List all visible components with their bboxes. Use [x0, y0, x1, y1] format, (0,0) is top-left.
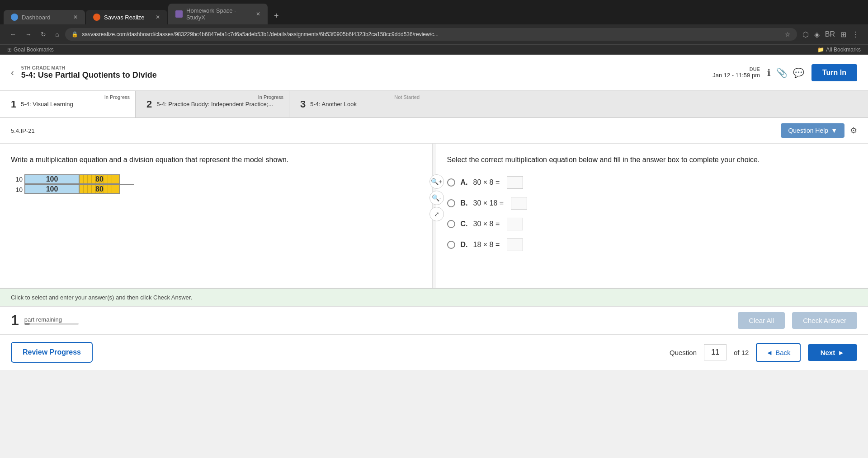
question-help-button[interactable]: Question Help ▼: [781, 123, 844, 138]
model-row-cells-2: 100 80: [24, 185, 120, 194]
left-question-text: Write a multiplication equation and a di…: [11, 154, 421, 165]
answer-option-b[interactable]: B. 30 × 18 =: [447, 197, 858, 210]
header-right: DUE Jan 12 - 11:59 pm ℹ 📎 💬 Turn In: [712, 64, 857, 81]
tab-dashboard[interactable]: Dashboard ✕: [4, 10, 85, 24]
answer-option-a[interactable]: A. 80 × 8 =: [447, 176, 858, 189]
answer-input-b[interactable]: [511, 197, 527, 210]
question-help-area: Question Help ▼ ⚙: [781, 123, 857, 138]
savvas-tab-icon: [93, 14, 100, 21]
bookmark-star-icon[interactable]: ☆: [785, 31, 791, 38]
question-help-label: Question Help: [788, 127, 828, 134]
homework-tab-close[interactable]: ✕: [256, 11, 260, 17]
browser-chrome: Dashboard ✕ Savvas Realize ✕ Homework Sp…: [0, 0, 868, 55]
extension-icon-1[interactable]: ⬡: [801, 28, 811, 41]
back-arrow-icon: ◄: [766, 349, 773, 356]
answer-option-d[interactable]: D. 18 × 8 =: [447, 238, 858, 251]
question-number-input[interactable]: [704, 344, 726, 360]
radio-b[interactable]: [447, 199, 455, 207]
footer-nav: Review Progress Question of 12 ◄ Back Ne…: [0, 334, 868, 370]
url-box[interactable]: 🔒 savvasrealize.com/dashboard/classes/98…: [65, 28, 797, 41]
savvas-tab-close[interactable]: ✕: [156, 14, 160, 20]
hint-bar: Click to select and enter your answer(s)…: [0, 288, 868, 306]
next-arrow-icon: ►: [838, 349, 844, 356]
course-label: 5TH GRADE MATH: [21, 65, 157, 70]
review-progress-button[interactable]: Review Progress: [11, 342, 93, 363]
y-label-2: 10: [11, 186, 24, 193]
tab-1-label: 5-4: Visual Learning: [21, 101, 73, 107]
radio-d[interactable]: [447, 241, 455, 249]
model-row-2: 10 100 80: [11, 185, 120, 194]
homework-tab-label: Homework Space - StudyX: [186, 7, 252, 21]
turn-in-button[interactable]: Turn In: [811, 64, 857, 81]
question-nav: Question of 12 ◄ Back Next ►: [670, 343, 857, 362]
clear-all-button[interactable]: Clear All: [738, 312, 785, 329]
home-button[interactable]: ⌂: [52, 29, 61, 40]
back-browser-button[interactable]: ←: [7, 29, 19, 40]
info-icon[interactable]: ℹ: [767, 67, 771, 78]
answer-input-c[interactable]: [507, 218, 523, 230]
tab-3-status: Not Started: [394, 94, 420, 100]
option-eq-a: 80 × 8 =: [473, 178, 500, 187]
secure-icon: 🔒: [71, 31, 78, 37]
radio-c[interactable]: [447, 220, 455, 228]
blue-cell-1: 100: [25, 175, 79, 184]
check-answer-button[interactable]: Check Answer: [792, 312, 857, 329]
back-to-assignment-button[interactable]: ‹: [11, 67, 14, 78]
all-bookmarks-icon: 📁: [817, 47, 824, 53]
extension-icon-4[interactable]: ⊞: [839, 28, 848, 41]
tab-item-1[interactable]: 1 5-4: Visual Learning In Progress: [0, 91, 136, 117]
right-panel: Select the correct multiplication equati…: [436, 144, 868, 288]
model-container: 10 100 80 10 100 80: [11, 174, 421, 194]
reload-button[interactable]: ↻: [38, 29, 49, 40]
hint-text: Click to select and enter your answer(s)…: [11, 294, 192, 301]
homework-tab-icon: [175, 10, 183, 18]
tab-2-status: In Progress: [258, 94, 283, 100]
extension-icon-2[interactable]: ◈: [812, 28, 821, 41]
due-date: Jan 12 - 11:59 pm: [712, 72, 760, 79]
tab-item-2[interactable]: 2 5-4: Practice Buddy: Independent Pract…: [136, 91, 289, 117]
option-label-b: B.: [461, 199, 468, 207]
goal-bookmarks-icon: ⊞: [7, 47, 12, 53]
content-panel: Write a multiplication equation and a di…: [0, 144, 868, 288]
blue-cell-2: 100: [25, 185, 79, 194]
parts-info: 1 part remaining: [11, 312, 79, 329]
tab-2-num: 2: [146, 98, 152, 110]
model-row-1: 10 100 80: [11, 174, 120, 184]
part-label-block: part remaining: [24, 316, 79, 325]
next-nav-button[interactable]: Next ►: [808, 344, 857, 361]
tab-item-3[interactable]: 3 5-4: Another Look Not Started: [289, 91, 425, 117]
tab-1-num: 1: [11, 98, 16, 110]
zoom-out-button[interactable]: 🔍-: [429, 191, 444, 205]
tab-3-label: 5-4: Another Look: [310, 101, 357, 107]
menu-icon[interactable]: ⋮: [850, 28, 861, 41]
app-header: ‹ 5TH GRADE MATH 5-4: Use Partial Quotie…: [0, 55, 868, 91]
option-eq-b: 30 × 18 =: [473, 199, 504, 207]
new-tab-button[interactable]: +: [269, 8, 284, 24]
attachment-icon[interactable]: 📎: [776, 67, 788, 78]
action-buttons: Clear All Check Answer: [738, 312, 857, 329]
dashboard-tab-close[interactable]: ✕: [73, 14, 78, 20]
settings-icon[interactable]: ⚙: [850, 126, 857, 136]
answer-input-a[interactable]: [507, 176, 523, 189]
tab-3-num: 3: [300, 98, 306, 110]
part-number: 1: [11, 312, 19, 329]
tab-homework[interactable]: Homework Space - StudyX ✕: [168, 4, 268, 24]
zoom-in-button[interactable]: 🔍+: [429, 174, 444, 189]
radio-a[interactable]: [447, 178, 455, 187]
answer-input-d[interactable]: [507, 238, 523, 251]
tab-2-label: 5-4: Practice Buddy: Independent Practic…: [156, 101, 273, 107]
expand-button[interactable]: ⤢: [429, 207, 444, 221]
back-nav-button[interactable]: ◄ Back: [756, 343, 800, 362]
comment-icon[interactable]: 💬: [793, 67, 804, 78]
option-eq-c: 30 × 8 =: [473, 220, 500, 228]
left-panel: Write a multiplication equation and a di…: [0, 144, 433, 288]
forward-browser-button[interactable]: →: [23, 29, 34, 40]
answer-option-c[interactable]: C. 30 × 8 =: [447, 218, 858, 230]
goal-bookmarks[interactable]: ⊞ Goal Bookmarks: [7, 47, 54, 53]
all-bookmarks[interactable]: 📁 All Bookmarks: [817, 47, 861, 53]
option-label-a: A.: [461, 178, 468, 187]
header-left: ‹ 5TH GRADE MATH 5-4: Use Partial Quotie…: [11, 65, 157, 80]
tab-savvas[interactable]: Savvas Realize ✕: [86, 10, 167, 24]
yellow-cell-2: 80: [79, 185, 120, 194]
extension-icon-3[interactable]: BR: [823, 28, 837, 40]
